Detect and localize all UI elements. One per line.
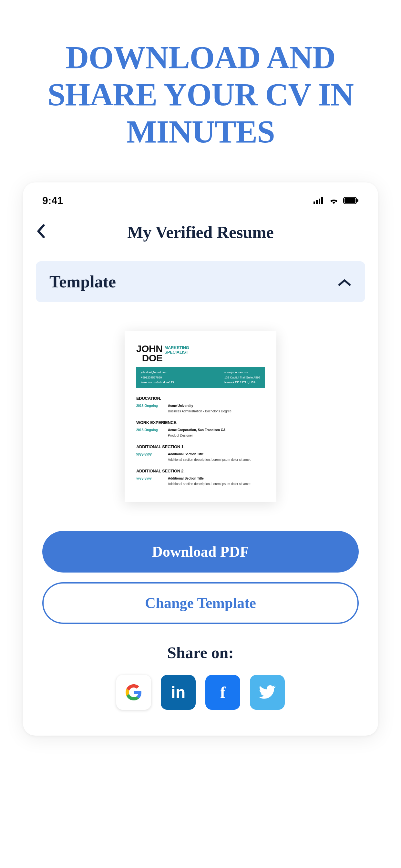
template-label: Template	[50, 272, 116, 291]
linkedin-icon: in	[171, 683, 185, 702]
phone-mockup: 9:41 My Verified Resume Template JOHN	[23, 182, 378, 736]
share-twitter-button[interactable]	[250, 675, 285, 710]
svg-rect-0	[313, 202, 315, 204]
back-button[interactable]	[33, 220, 48, 245]
download-pdf-button[interactable]: Download PDF	[42, 531, 359, 572]
google-icon	[126, 684, 142, 701]
resume-role: MARKETING SPECIALIST	[164, 344, 189, 355]
svg-rect-1	[316, 200, 318, 204]
wifi-icon	[329, 195, 339, 207]
hero-title: DOWNLOAD AND SHARE YOUR CV IN MINUTES	[0, 0, 401, 169]
chevron-up-icon	[337, 274, 351, 290]
screen-header: My Verified Resume	[23, 213, 378, 255]
svg-rect-3	[321, 197, 323, 204]
resume-section: ADDITIONAL SECTION 1. yyyy-yyyyAdditiona…	[136, 444, 265, 461]
resume-section: ADDITIONAL SECTION 2. yyyy-yyyyAdditiona…	[136, 469, 265, 486]
resume-preview: JOHN DOE MARKETING SPECIALIST johndoe@em…	[125, 331, 276, 502]
page-title: My Verified Resume	[33, 223, 368, 242]
svg-rect-2	[319, 198, 320, 204]
resume-name: JOHN DOE	[136, 344, 162, 363]
resume-section: EDUCATION. 2018-OngoingAcme University B…	[136, 396, 265, 413]
status-icons	[313, 195, 359, 207]
battery-icon	[343, 195, 359, 207]
status-time: 9:41	[42, 195, 63, 207]
signal-icon	[313, 195, 325, 207]
template-expander[interactable]: Template	[36, 261, 365, 302]
twitter-icon	[258, 685, 276, 700]
svg-rect-5	[344, 198, 356, 203]
status-bar: 9:41	[23, 182, 378, 213]
share-linkedin-button[interactable]: in	[161, 675, 196, 710]
svg-rect-6	[357, 199, 359, 202]
resume-contact-bar: johndoe@email.com +991234567890 linkedin…	[136, 367, 265, 388]
resume-section: WORK EXPERIENCE. 2018-OngoingAcme Corpor…	[136, 420, 265, 437]
share-row: in f	[23, 675, 378, 710]
facebook-icon: f	[220, 683, 226, 702]
share-title: Share on:	[23, 643, 378, 662]
share-facebook-button[interactable]: f	[205, 675, 240, 710]
share-google-button[interactable]	[116, 675, 151, 710]
change-template-button[interactable]: Change Template	[42, 582, 359, 624]
